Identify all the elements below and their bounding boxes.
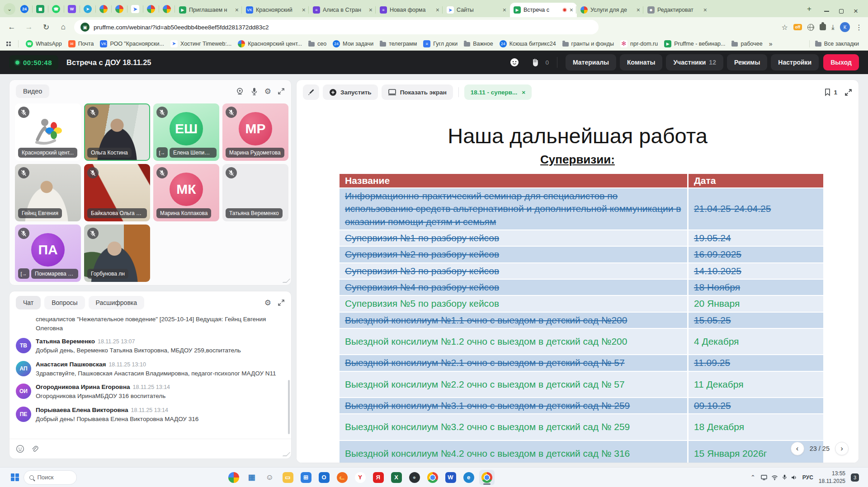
extension-off-badge[interactable]: off: [793, 24, 802, 30]
window-minimize-icon[interactable]: [824, 11, 829, 12]
nav-button-режимы[interactable]: Режимы: [727, 54, 767, 70]
notification-badge[interactable]: 3: [851, 473, 859, 482]
globe-extension-icon[interactable]: [807, 24, 814, 31]
hidden-icons-chevron[interactable]: ⌃: [750, 474, 755, 481]
chat-tab-вопросы[interactable]: Вопросы: [44, 296, 85, 309]
tab-close-icon[interactable]: ×: [436, 6, 439, 14]
chat-settings-gear-icon[interactable]: ⚙: [264, 298, 271, 308]
reload-icon[interactable]: ↻: [40, 23, 52, 32]
chat-expand-icon[interactable]: [278, 299, 285, 306]
bookmarks-overflow-icon[interactable]: »: [769, 40, 773, 47]
bookmarks-flag-button[interactable]: 1: [824, 88, 837, 96]
tab-close-icon[interactable]: ×: [369, 6, 373, 14]
bookmark-item[interactable]: 24Мои задачи: [330, 39, 376, 49]
chat-resize-handle[interactable]: [283, 452, 291, 456]
tab-close-icon[interactable]: ×: [503, 6, 506, 14]
nav-button-настройки[interactable]: Настройки: [771, 54, 819, 70]
pinned-sheets[interactable]: ▦: [34, 3, 46, 15]
monitor-tray-icon[interactable]: [761, 475, 767, 480]
video-tile[interactable]: МКМарина Колпакова: [153, 164, 219, 221]
settings-gear-icon[interactable]: ⚙: [264, 87, 271, 96]
launch-button[interactable]: Запустить: [323, 84, 378, 100]
pinned-photos-2[interactable]: [145, 3, 157, 15]
draw-brush-icon[interactable]: [303, 84, 319, 100]
pinned-photos-3[interactable]: [161, 3, 173, 15]
bookmark-item[interactable]: ➤Хостинг Timeweb:...: [168, 39, 234, 49]
reactions-smiley-icon[interactable]: [506, 54, 523, 70]
prev-slide-button[interactable]: ‹: [791, 442, 804, 455]
video-tile[interactable]: МРМарина Рудометова: [222, 103, 288, 161]
tab-close-icon[interactable]: ×: [235, 6, 239, 14]
video-tile[interactable]: ЕШ[→Елена Шепило...: [153, 103, 219, 161]
browser-tab[interactable]: ≡Новая форма×: [376, 3, 443, 17]
document-tab-close-icon[interactable]: ×: [522, 89, 525, 96]
window-maximize-icon[interactable]: [839, 9, 844, 14]
bookmark-item[interactable]: ▶Pruffme - вебинар...: [661, 39, 728, 49]
taskbar-app-yandex-browser[interactable]: Я: [371, 470, 386, 485]
taskbar-app-dark-app[interactable]: ●: [407, 470, 422, 485]
taskbar-app-store[interactable]: ⊞: [298, 470, 314, 485]
pinned-telegram[interactable]: ➤: [82, 3, 94, 15]
new-tab-button[interactable]: +: [803, 3, 815, 15]
browser-tab[interactable]: Услуги для де×: [577, 3, 644, 17]
raise-hand-icon[interactable]: [527, 54, 543, 70]
bookmark-item[interactable]: VKРОО "Красноярски...: [97, 39, 167, 49]
pinned-photos[interactable]: [113, 3, 125, 15]
back-icon[interactable]: ←: [5, 23, 18, 32]
pinned-bitrix24[interactable]: 24: [19, 3, 30, 15]
kick-participant-icon[interactable]: [→: [18, 268, 29, 279]
taskbar-app-outlook[interactable]: O: [316, 470, 332, 485]
bookmark-item[interactable]: ✉Почта: [66, 39, 97, 49]
taskbar-app-people[interactable]: ☺: [262, 470, 278, 485]
share-screen-button[interactable]: Показать экран: [382, 84, 453, 100]
video-tile[interactable]: Байкалова Ольга Ил...: [84, 164, 150, 221]
chat-messages[interactable]: специалистов "Нежелательное поведение" […: [9, 313, 291, 439]
pinned-wand[interactable]: W: [66, 3, 78, 15]
nav-button-участники[interactable]: Участники12: [666, 54, 723, 70]
taskbar-app-excel[interactable]: X: [389, 470, 404, 485]
pinned-whatsapp[interactable]: ☎: [50, 3, 62, 15]
video-tile[interactable]: Красноярский цент...: [15, 103, 81, 161]
bookmark-item[interactable]: Важное: [461, 39, 495, 48]
taskbar-app-edge[interactable]: e: [461, 470, 476, 485]
tab-close-icon[interactable]: ×: [703, 6, 707, 14]
mic-tray-icon[interactable]: [782, 474, 787, 480]
taskbar-app-file-explorer[interactable]: ▭: [280, 470, 296, 485]
browser-tab[interactable]: ≡Алиса в Стран×: [309, 3, 376, 17]
video-tile[interactable]: Ольга Костина: [84, 103, 150, 161]
bookmark-item[interactable]: ☎WhatsApp: [23, 39, 65, 49]
all-bookmarks-button[interactable]: Все закладки: [812, 39, 862, 48]
pinned-flower[interactable]: [98, 3, 109, 15]
chat-tab-расшифровка[interactable]: Расшифровка: [89, 296, 144, 309]
taskbar-app-chrome[interactable]: [425, 470, 440, 485]
start-button[interactable]: [11, 473, 19, 482]
keyboard-language[interactable]: РУС: [802, 474, 813, 481]
document-tab[interactable]: 18.11 - суперв... ×: [464, 84, 532, 100]
profile-avatar[interactable]: К: [840, 22, 850, 32]
bookmark-item[interactable]: ✻npr-dom.ru: [618, 39, 660, 49]
tab-close-icon[interactable]: ×: [637, 6, 640, 14]
taskbar-app-firefox[interactable]: ᓚ: [335, 470, 350, 485]
home-icon[interactable]: ⌂: [57, 23, 70, 32]
taskbar-app-y-app[interactable]: Y: [353, 470, 368, 485]
browser-tab[interactable]: VKКрасноярский×: [242, 3, 309, 17]
presentation-fullscreen-icon[interactable]: [844, 89, 852, 96]
video-tile[interactable]: Татьяна Веременко: [222, 164, 288, 221]
taskbar-app-chrome-active[interactable]: [479, 470, 495, 485]
tab-close-icon[interactable]: ×: [302, 6, 306, 14]
nav-button-комнаты[interactable]: Комнаты: [620, 54, 662, 70]
exit-button[interactable]: Выход: [823, 54, 859, 70]
bookmark-item[interactable]: ≡Гугл доки: [420, 39, 460, 49]
nav-button-материалы[interactable]: Материалы: [566, 54, 616, 70]
bookmark-item[interactable]: сео: [306, 39, 329, 48]
extensions-puzzle-icon[interactable]: [820, 24, 826, 30]
browser-tab[interactable]: ▶Приглашаем н×: [175, 3, 242, 17]
address-bar[interactable]: ▣ pruffme.com/webinar/?id=ab50eedbb4bee8…: [74, 20, 599, 34]
attach-paperclip-icon[interactable]: [31, 445, 39, 453]
chat-input[interactable]: [9, 439, 291, 459]
video-tile[interactable]: Гейнц Евгения: [15, 164, 81, 221]
browser-tab[interactable]: ➤Сайты×: [443, 3, 510, 17]
forward-icon[interactable]: →: [23, 23, 35, 32]
pinned-timeweb[interactable]: ➤: [129, 3, 141, 15]
taskbar-app-word[interactable]: W: [443, 470, 458, 485]
